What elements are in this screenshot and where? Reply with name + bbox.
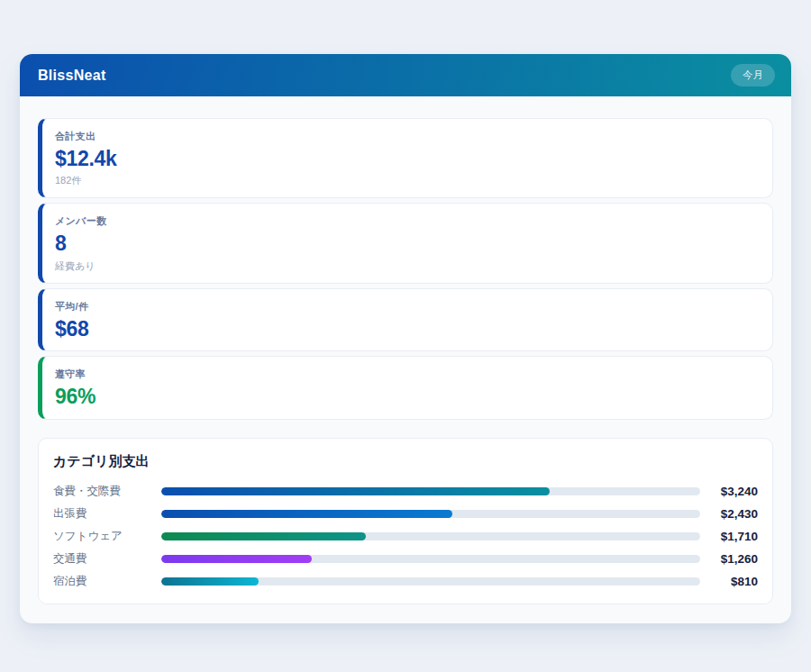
stat-value: 96% [55, 385, 758, 408]
category-row-software: ソフトウェア $1,710 [53, 529, 758, 544]
category-bar [161, 555, 312, 563]
category-bar-track [161, 577, 700, 586]
stat-sub: 182件 [55, 174, 758, 187]
category-breakdown-title: カテゴリ別支出 [53, 453, 758, 470]
category-row-lodging: 宿泊費 $810 [53, 574, 758, 589]
category-amount: $1,710 [707, 530, 758, 543]
stat-card-member-count: メンバー数 8 経費あり [38, 203, 773, 283]
stat-value: $68 [55, 317, 758, 341]
category-bar-track [161, 555, 700, 563]
stat-label: 合計支出 [55, 130, 758, 143]
category-bar-track [161, 532, 700, 540]
expense-dashboard-panel: BlissNeat 今月 合計支出 $12.4k 182件 メンバー数 8 経費… [20, 54, 791, 623]
category-amount: $1,260 [707, 552, 758, 566]
stat-label: 遵守率 [55, 368, 758, 381]
stat-value: $12.4k [55, 147, 758, 170]
category-row-business-trip: 出張費 $2,430 [53, 506, 758, 522]
stat-label: メンバー数 [55, 214, 758, 228]
category-row-food: 食費・交際費 $3,240 [53, 484, 758, 499]
category-amount: $2,430 [707, 507, 758, 521]
category-bar [161, 532, 366, 540]
category-amount: $810 [707, 575, 758, 588]
category-label: 出張費 [53, 506, 161, 522]
category-breakdown-card: カテゴリ別支出 食費・交際費 $3,240 出張費 $2,430 ソフトウェア [38, 438, 773, 604]
category-label: 食費・交際費 [53, 484, 161, 499]
category-label: 交通費 [53, 551, 161, 567]
category-bar-track [161, 487, 700, 495]
stat-sub: 経費あり [55, 259, 758, 273]
category-label: 宿泊費 [53, 574, 161, 589]
category-bar [161, 577, 259, 586]
category-row-transport: 交通費 $1,260 [53, 551, 758, 567]
app-header: BlissNeat 今月 [20, 54, 791, 96]
category-amount: $3,240 [707, 485, 758, 498]
stat-card-average-per-item: 平均/件 $68 [38, 288, 773, 351]
stat-card-compliance-rate: 遵守率 96% [38, 356, 773, 419]
category-bar-track [161, 510, 700, 518]
category-bar [161, 510, 452, 518]
category-label: ソフトウェア [53, 529, 161, 544]
stat-value: 8 [55, 232, 758, 255]
panel-content: 合計支出 $12.4k 182件 メンバー数 8 経費あり 平均/件 $68 遵… [20, 96, 791, 623]
stat-label: 平均/件 [55, 300, 758, 313]
period-badge[interactable]: 今月 [731, 64, 775, 86]
category-bar [161, 487, 550, 495]
app-title: BlissNeat [38, 68, 106, 84]
stat-card-total-spend: 合計支出 $12.4k 182件 [38, 118, 773, 198]
